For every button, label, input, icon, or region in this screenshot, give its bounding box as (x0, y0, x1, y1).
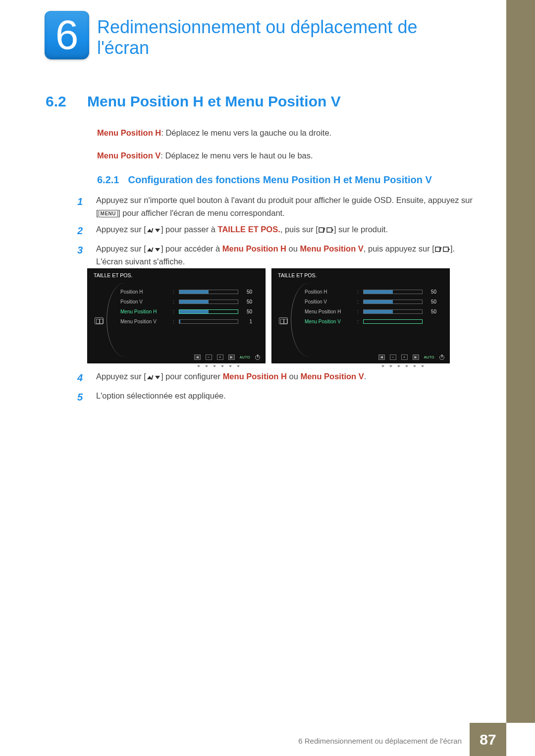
osd-back-icon: ◄ (378, 354, 385, 360)
intro-v-desc: : Déplacez le menu vers le haut ou le ba… (160, 151, 313, 160)
osd-slider (363, 309, 423, 314)
osd-power-icon (439, 355, 444, 360)
osd-item-label: Position V (305, 299, 354, 304)
osd-colon: : (357, 299, 360, 304)
osd-plus-icon: + (401, 354, 408, 360)
step-text: , puis appuyez sur [ (364, 244, 434, 253)
intro-h-label: Menu Position H (97, 128, 161, 137)
step-text: Appuyez sur [ (96, 372, 146, 381)
steps-list-upper: 1 Appuyez sur n'importe quel bouton à l'… (77, 194, 474, 272)
section-number: 6.2 (46, 93, 87, 110)
osd-screenshots: TAILLE ET POS. Position H : 50 Position … (87, 268, 450, 363)
step-text: . (364, 372, 367, 381)
osd-title: TAILLE ET POS. (94, 272, 132, 278)
page-number-badge: 87 (470, 723, 506, 756)
subsection-heading: 6.2.1Configuration des fonctions Menu Po… (97, 174, 432, 186)
osd-item-value: 50 (241, 309, 252, 314)
osd-item: Menu Position H : 50 (305, 306, 443, 316)
subsection-title: Configuration des fonctions Menu Positio… (128, 174, 431, 185)
step-number: 3 (77, 243, 96, 268)
osd-colon: : (357, 289, 360, 295)
keyword: Menu Position H (223, 372, 287, 381)
step-text: ] pour afficher l'écran de menu correspo… (118, 208, 285, 217)
svg-marker-2 (155, 229, 160, 232)
step-text: ] sur le produit. (334, 225, 388, 234)
step-text: Appuyez sur [ (96, 225, 146, 234)
osd-item-label: Menu Position V (305, 319, 354, 324)
step-number: 1 (77, 194, 96, 219)
up-down-icon (147, 227, 160, 233)
svg-marker-6 (332, 229, 333, 231)
page-footer: 6 Redimensionnement ou déplacement de l'… (0, 723, 535, 756)
osd-item-value: 1 (241, 319, 252, 324)
osd-forward-icon: ► (413, 354, 419, 360)
svg-marker-0 (147, 229, 152, 232)
osd-item: Position H : 50 (120, 287, 259, 297)
osd-item-label: Menu Position V (120, 319, 170, 324)
osd-item: Position V : 50 (305, 297, 443, 306)
osd-colon: : (173, 299, 176, 304)
intro-h-desc: : Déplacez le menu vers la gauche ou la … (161, 128, 331, 137)
chapter-title: Redimensionnement ou déplacement de l'éc… (97, 17, 474, 59)
osd-item-value: 50 (426, 299, 436, 304)
step-number: 4 (77, 370, 96, 386)
osd-button-pointers (197, 365, 240, 367)
step-text: ] pour accéder à (161, 244, 222, 253)
osd-item-label: Menu Position H (305, 309, 354, 314)
step-text: L'option sélectionnée est appliquée. (96, 391, 226, 400)
intro-v-label: Menu Position V (97, 151, 160, 160)
keyword: Menu Position H (222, 244, 286, 253)
keyword: Menu Position V (300, 244, 364, 253)
step-text: Appuyez sur [ (96, 244, 146, 253)
step-number: 5 (77, 390, 96, 405)
osd-slider (363, 290, 423, 294)
menu-button-icon: MENU (99, 210, 118, 217)
svg-rect-1 (151, 228, 153, 233)
step-2: 2 Appuyez sur [] pour passer à TAILLE ET… (77, 223, 474, 239)
osd-item: Position H : 50 (305, 287, 443, 297)
osd-panel-right: TAILLE ET POS. Position H : 50 Position … (271, 268, 450, 363)
osd-forward-icon: ► (228, 354, 235, 360)
osd-auto-label: AUTO (240, 355, 250, 359)
osd-item-value: 50 (426, 309, 436, 314)
osd-item-value: 50 (241, 289, 252, 295)
step-text: ou (286, 244, 300, 253)
osd-item-list: Position H : 50 Position V : 50 Menu Pos… (120, 287, 259, 326)
step-text: ] pour passer à (161, 225, 218, 234)
keyword: TAILLE ET POS. (218, 225, 280, 234)
up-down-icon (147, 374, 160, 380)
osd-item-label: Position V (120, 299, 170, 304)
step-1: 1 Appuyez sur n'importe quel bouton à l'… (77, 194, 474, 219)
enter-icon (435, 246, 450, 253)
up-down-icon (147, 247, 160, 252)
osd-title: TAILLE ET POS. (278, 272, 317, 278)
osd-panel-left: TAILLE ET POS. Position H : 50 Position … (87, 268, 266, 363)
osd-slider (363, 300, 423, 304)
osd-minus-icon: − (390, 354, 396, 360)
osd-footer-buttons: ◄ − + ► AUTO (378, 354, 444, 360)
keyword: Menu Position V (300, 372, 364, 381)
osd-category-icon (95, 317, 104, 324)
osd-power-icon (255, 355, 260, 360)
side-accent-bar (506, 0, 535, 723)
enter-icon (319, 227, 333, 234)
svg-rect-5 (327, 228, 332, 232)
osd-button-pointers (381, 365, 424, 367)
osd-item-value: 50 (241, 299, 252, 304)
osd-colon: : (173, 309, 176, 314)
steps-list-lower: 4 Appuyez sur [] pour configurer Menu Po… (77, 370, 474, 409)
osd-category-icon (279, 317, 288, 324)
svg-rect-15 (151, 375, 153, 380)
intro-block: Menu Position H: Déplacez le menu vers l… (97, 127, 474, 172)
osd-auto-label: AUTO (424, 355, 434, 359)
osd-plus-icon: + (217, 354, 223, 360)
step-4: 4 Appuyez sur [] pour configurer Menu Po… (77, 370, 474, 386)
svg-rect-12 (443, 247, 448, 252)
svg-marker-16 (155, 376, 160, 379)
svg-marker-14 (147, 376, 152, 379)
osd-slider (179, 300, 238, 304)
chapter-number-badge: 6 (45, 11, 89, 59)
osd-footer-buttons: ◄ − + ► AUTO (194, 354, 260, 360)
osd-item-label: Position H (305, 289, 354, 295)
osd-colon: : (357, 319, 360, 324)
